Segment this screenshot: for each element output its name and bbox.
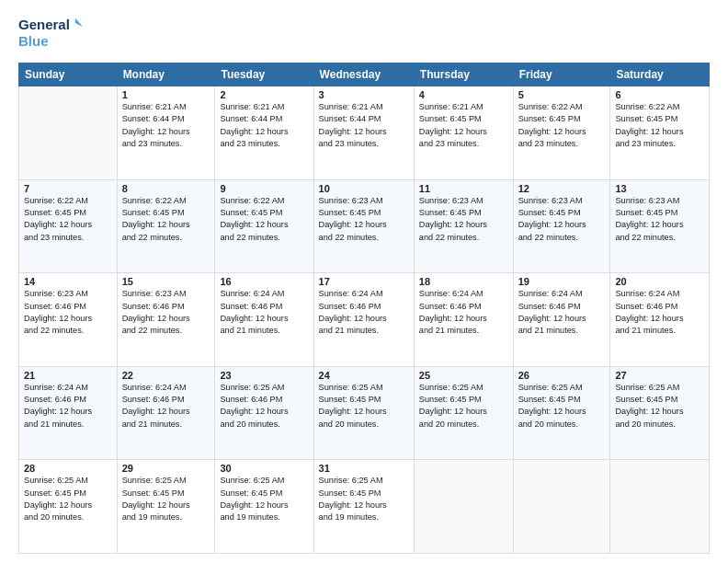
calendar-cell: 2Sunrise: 6:21 AMSunset: 6:44 PMDaylight… xyxy=(215,86,313,180)
calendar-week-row: 21Sunrise: 6:24 AMSunset: 6:46 PMDayligh… xyxy=(19,366,710,460)
calendar-cell: 25Sunrise: 6:25 AMSunset: 6:45 PMDayligh… xyxy=(414,366,513,460)
calendar-cell: 13Sunrise: 6:23 AMSunset: 6:45 PMDayligh… xyxy=(610,179,710,273)
day-number: 24 xyxy=(319,370,409,381)
calendar-cell: 16Sunrise: 6:24 AMSunset: 6:46 PMDayligh… xyxy=(215,273,313,367)
day-info: Sunrise: 6:22 AMSunset: 6:45 PMDaylight:… xyxy=(24,195,112,244)
day-of-week-header: Monday xyxy=(117,63,215,86)
svg-marker-1 xyxy=(75,18,83,27)
calendar-cell: 1Sunrise: 6:21 AMSunset: 6:44 PMDaylight… xyxy=(117,86,215,180)
day-info: Sunrise: 6:23 AMSunset: 6:45 PMDaylight:… xyxy=(419,195,508,244)
day-info: Sunrise: 6:24 AMSunset: 6:46 PMDaylight:… xyxy=(122,382,210,431)
day-number: 12 xyxy=(518,183,606,194)
day-info: Sunrise: 6:21 AMSunset: 6:44 PMDaylight:… xyxy=(220,101,308,150)
day-number: 20 xyxy=(615,276,704,287)
header: General Blue xyxy=(18,15,710,53)
day-info: Sunrise: 6:25 AMSunset: 6:45 PMDaylight:… xyxy=(419,382,508,431)
day-number: 26 xyxy=(518,370,606,381)
calendar-header-row: SundayMondayTuesdayWednesdayThursdayFrid… xyxy=(19,63,710,86)
day-info: Sunrise: 6:21 AMSunset: 6:44 PMDaylight:… xyxy=(122,101,210,150)
day-of-week-header: Saturday xyxy=(610,63,710,86)
day-number: 30 xyxy=(220,463,308,474)
day-info: Sunrise: 6:24 AMSunset: 6:46 PMDaylight:… xyxy=(24,382,112,431)
day-number: 22 xyxy=(122,370,210,381)
calendar-cell: 12Sunrise: 6:23 AMSunset: 6:45 PMDayligh… xyxy=(513,179,610,273)
day-number: 29 xyxy=(122,463,210,474)
day-of-week-header: Tuesday xyxy=(215,63,313,86)
calendar-cell: 17Sunrise: 6:24 AMSunset: 6:46 PMDayligh… xyxy=(313,273,414,367)
calendar-table: SundayMondayTuesdayWednesdayThursdayFrid… xyxy=(18,63,710,554)
calendar-cell: 10Sunrise: 6:23 AMSunset: 6:45 PMDayligh… xyxy=(313,179,414,273)
calendar-cell: 29Sunrise: 6:25 AMSunset: 6:45 PMDayligh… xyxy=(117,460,215,554)
day-info: Sunrise: 6:25 AMSunset: 6:45 PMDaylight:… xyxy=(319,475,409,523)
day-info: Sunrise: 6:24 AMSunset: 6:46 PMDaylight:… xyxy=(518,288,606,337)
calendar-cell: 9Sunrise: 6:22 AMSunset: 6:45 PMDaylight… xyxy=(215,179,313,273)
day-info: Sunrise: 6:21 AMSunset: 6:45 PMDaylight:… xyxy=(419,101,508,150)
logo-svg: General Blue xyxy=(18,15,83,53)
day-number: 14 xyxy=(24,276,112,287)
day-number: 8 xyxy=(122,183,210,194)
day-info: Sunrise: 6:21 AMSunset: 6:44 PMDaylight:… xyxy=(319,101,409,150)
day-number: 15 xyxy=(122,276,210,287)
day-info: Sunrise: 6:22 AMSunset: 6:45 PMDaylight:… xyxy=(518,101,606,150)
calendar-cell xyxy=(513,460,610,554)
day-number: 23 xyxy=(220,370,308,381)
day-info: Sunrise: 6:23 AMSunset: 6:45 PMDaylight:… xyxy=(615,195,704,244)
day-info: Sunrise: 6:24 AMSunset: 6:46 PMDaylight:… xyxy=(319,288,409,337)
calendar-cell: 14Sunrise: 6:23 AMSunset: 6:46 PMDayligh… xyxy=(19,273,118,367)
calendar-cell xyxy=(19,86,118,180)
day-number: 28 xyxy=(24,463,112,474)
day-number: 9 xyxy=(220,183,308,194)
calendar-cell: 23Sunrise: 6:25 AMSunset: 6:46 PMDayligh… xyxy=(215,366,313,460)
day-info: Sunrise: 6:25 AMSunset: 6:46 PMDaylight:… xyxy=(220,382,308,431)
day-number: 2 xyxy=(220,89,308,100)
calendar-cell: 24Sunrise: 6:25 AMSunset: 6:45 PMDayligh… xyxy=(313,366,414,460)
calendar-cell: 7Sunrise: 6:22 AMSunset: 6:45 PMDaylight… xyxy=(19,179,118,273)
svg-text:Blue: Blue xyxy=(18,33,49,49)
day-number: 4 xyxy=(419,89,508,100)
calendar-cell xyxy=(414,460,513,554)
calendar-cell: 3Sunrise: 6:21 AMSunset: 6:44 PMDaylight… xyxy=(313,86,414,180)
logo: General Blue xyxy=(18,15,83,53)
day-info: Sunrise: 6:25 AMSunset: 6:45 PMDaylight:… xyxy=(319,382,409,431)
calendar-cell: 6Sunrise: 6:22 AMSunset: 6:45 PMDaylight… xyxy=(610,86,710,180)
day-info: Sunrise: 6:25 AMSunset: 6:45 PMDaylight:… xyxy=(615,382,704,431)
day-number: 1 xyxy=(122,89,210,100)
calendar-cell xyxy=(610,460,710,554)
day-number: 27 xyxy=(615,370,704,381)
day-number: 18 xyxy=(419,276,508,287)
calendar-cell: 22Sunrise: 6:24 AMSunset: 6:46 PMDayligh… xyxy=(117,366,215,460)
calendar-cell: 31Sunrise: 6:25 AMSunset: 6:45 PMDayligh… xyxy=(313,460,414,554)
calendar-cell: 8Sunrise: 6:22 AMSunset: 6:45 PMDaylight… xyxy=(117,179,215,273)
day-number: 19 xyxy=(518,276,606,287)
day-number: 5 xyxy=(518,89,606,100)
calendar-week-row: 28Sunrise: 6:25 AMSunset: 6:45 PMDayligh… xyxy=(19,460,710,554)
day-number: 13 xyxy=(615,183,704,194)
day-number: 6 xyxy=(615,89,704,100)
day-number: 16 xyxy=(220,276,308,287)
calendar: SundayMondayTuesdayWednesdayThursdayFrid… xyxy=(18,63,710,554)
day-info: Sunrise: 6:24 AMSunset: 6:46 PMDaylight:… xyxy=(419,288,508,337)
day-info: Sunrise: 6:25 AMSunset: 6:45 PMDaylight:… xyxy=(518,382,606,431)
day-number: 21 xyxy=(24,370,112,381)
day-info: Sunrise: 6:24 AMSunset: 6:46 PMDaylight:… xyxy=(615,288,704,337)
day-info: Sunrise: 6:22 AMSunset: 6:45 PMDaylight:… xyxy=(122,195,210,244)
day-info: Sunrise: 6:23 AMSunset: 6:46 PMDaylight:… xyxy=(122,288,210,337)
calendar-cell: 18Sunrise: 6:24 AMSunset: 6:46 PMDayligh… xyxy=(414,273,513,367)
calendar-cell: 30Sunrise: 6:25 AMSunset: 6:45 PMDayligh… xyxy=(215,460,313,554)
day-info: Sunrise: 6:23 AMSunset: 6:46 PMDaylight:… xyxy=(24,288,112,337)
calendar-week-row: 1Sunrise: 6:21 AMSunset: 6:44 PMDaylight… xyxy=(19,86,710,180)
day-info: Sunrise: 6:23 AMSunset: 6:45 PMDaylight:… xyxy=(319,195,409,244)
calendar-week-row: 7Sunrise: 6:22 AMSunset: 6:45 PMDaylight… xyxy=(19,179,710,273)
day-info: Sunrise: 6:25 AMSunset: 6:45 PMDaylight:… xyxy=(24,475,112,523)
calendar-week-row: 14Sunrise: 6:23 AMSunset: 6:46 PMDayligh… xyxy=(19,273,710,367)
calendar-cell: 26Sunrise: 6:25 AMSunset: 6:45 PMDayligh… xyxy=(513,366,610,460)
day-info: Sunrise: 6:25 AMSunset: 6:45 PMDaylight:… xyxy=(122,475,210,523)
calendar-cell: 11Sunrise: 6:23 AMSunset: 6:45 PMDayligh… xyxy=(414,179,513,273)
day-number: 17 xyxy=(319,276,409,287)
day-number: 7 xyxy=(24,183,112,194)
calendar-cell: 21Sunrise: 6:24 AMSunset: 6:46 PMDayligh… xyxy=(19,366,118,460)
calendar-cell: 28Sunrise: 6:25 AMSunset: 6:45 PMDayligh… xyxy=(19,460,118,554)
calendar-cell: 19Sunrise: 6:24 AMSunset: 6:46 PMDayligh… xyxy=(513,273,610,367)
day-of-week-header: Thursday xyxy=(414,63,513,86)
day-of-week-header: Wednesday xyxy=(313,63,414,86)
